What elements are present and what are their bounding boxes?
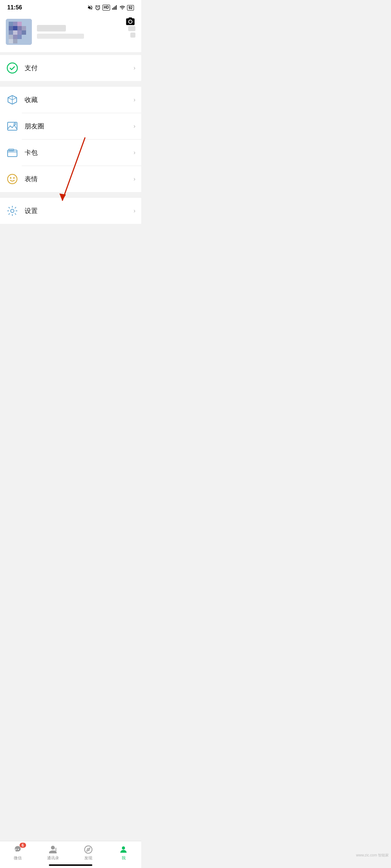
emoji-chevron: › (134, 176, 135, 182)
moments-chevron: › (134, 123, 135, 129)
status-time: 11:56 (7, 4, 22, 11)
battery-icon: 92 (127, 5, 134, 10)
profile-extra-placeholder-1 (128, 26, 135, 31)
wallet-label: 卡包 (25, 148, 134, 157)
content-area: 支付 › 收藏 › (0, 55, 141, 256)
svg-point-26 (8, 174, 17, 184)
moments-icon (6, 120, 19, 133)
moments-label: 朋友圈 (25, 122, 134, 131)
payment-label: 支付 (25, 64, 134, 72)
svg-rect-5 (9, 22, 13, 26)
wallet-icon (6, 146, 19, 159)
status-bar: 11:56 HD 92 (0, 0, 141, 13)
svg-rect-20 (13, 39, 17, 43)
svg-rect-12 (9, 30, 13, 35)
svg-rect-3 (116, 5, 117, 10)
wallet-chevron: › (134, 149, 135, 156)
menu-item-emoji[interactable]: 表情 › (0, 166, 141, 192)
emoji-icon (6, 173, 19, 186)
svg-rect-11 (22, 26, 26, 30)
camera-button[interactable] (125, 17, 135, 27)
emoji-label: 表情 (25, 175, 134, 183)
svg-rect-1 (114, 7, 114, 10)
menu-item-payment[interactable]: 支付 › (0, 55, 141, 81)
svg-rect-0 (112, 8, 113, 10)
alarm-icon (95, 5, 101, 10)
svg-rect-16 (9, 35, 13, 39)
settings-chevron: › (134, 208, 135, 214)
svg-rect-13 (13, 30, 17, 35)
profile-info (37, 25, 123, 39)
menu-section-middle: 收藏 › 朋友圈 › (0, 87, 141, 192)
divider-1 (0, 84, 141, 87)
divider-header (0, 52, 141, 55)
settings-label: 设置 (25, 207, 134, 215)
svg-rect-8 (9, 26, 13, 30)
avatar-image (6, 19, 32, 45)
favorites-icon (6, 93, 19, 106)
profile-wechat-placeholder (37, 34, 84, 39)
menu-section-settings: 设置 › (0, 198, 141, 224)
svg-point-23 (14, 123, 16, 125)
signal-icon (112, 5, 118, 10)
mute-icon (87, 5, 93, 10)
payment-icon (6, 61, 19, 75)
menu-item-favorites[interactable]: 收藏 › (0, 87, 141, 113)
profile-name-placeholder (37, 25, 66, 31)
svg-rect-15 (22, 30, 26, 35)
favorites-label: 收藏 (25, 95, 134, 104)
menu-item-moments[interactable]: 朋友圈 › (0, 113, 141, 139)
svg-point-27 (10, 177, 12, 179)
hd-badge: HD (102, 5, 110, 10)
settings-icon (6, 204, 19, 217)
favorites-chevron: › (134, 97, 135, 103)
svg-rect-10 (17, 26, 22, 30)
status-icons: HD 92 (87, 5, 134, 10)
profile-extra (128, 26, 135, 38)
svg-point-21 (7, 63, 17, 73)
svg-rect-19 (9, 39, 13, 43)
svg-rect-18 (17, 35, 22, 39)
svg-rect-9 (13, 26, 17, 30)
svg-point-29 (11, 209, 14, 213)
svg-rect-6 (13, 22, 17, 26)
menu-item-wallet[interactable]: 卡包 › (0, 140, 141, 166)
svg-point-28 (13, 177, 15, 179)
svg-rect-17 (13, 35, 17, 39)
avatar[interactable] (6, 19, 32, 45)
profile-name-row (37, 25, 123, 31)
svg-rect-7 (17, 22, 22, 26)
svg-rect-2 (115, 6, 115, 10)
wifi-icon (119, 5, 125, 10)
menu-section-payment: 支付 › (0, 55, 141, 81)
svg-rect-14 (17, 30, 22, 35)
profile-header (0, 13, 141, 52)
payment-chevron: › (134, 65, 135, 71)
profile-extra-placeholder-2 (130, 33, 135, 38)
menu-item-settings[interactable]: 设置 › (0, 198, 141, 224)
divider-2 (0, 195, 141, 198)
profile-wechat-row (37, 34, 123, 39)
